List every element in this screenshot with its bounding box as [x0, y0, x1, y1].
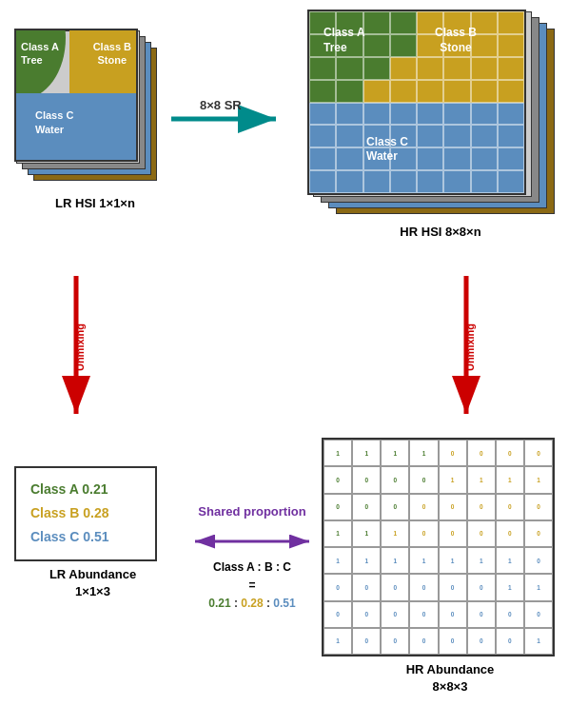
hr-abundance-cell: 0	[439, 574, 467, 600]
hr-cell	[443, 170, 470, 193]
hr-abundance-cell: 0	[439, 601, 467, 628]
hr-abundance-cell: 1	[496, 466, 524, 493]
hr-abundance-cell: 0	[467, 440, 496, 466]
hr-class-c-label: Class C Water	[366, 135, 408, 165]
hr-abundance-cell: 0	[409, 601, 438, 628]
hr-abundance-cell: 0	[496, 520, 524, 547]
hr-cell	[498, 125, 524, 147]
hr-abundance-cell: 1	[352, 547, 381, 574]
hr-cell	[498, 80, 524, 103]
hr-cell	[336, 80, 363, 103]
hr-cell	[309, 103, 336, 126]
hr-cell	[417, 125, 443, 147]
hr-cell	[309, 170, 336, 193]
hr-abundance-cell: 0	[439, 494, 467, 520]
hr-cell	[417, 147, 443, 170]
hr-abundance-cell: 0	[467, 601, 496, 628]
hr-cell	[498, 57, 524, 80]
hr-abundance-cell: 0	[439, 440, 467, 466]
hr-cell	[443, 80, 470, 103]
hr-cell	[417, 57, 443, 80]
hr-cell	[471, 103, 498, 126]
hr-cell	[309, 147, 336, 170]
hr-abundance-cell: 1	[352, 520, 381, 547]
hr-abundance-cell: 1	[352, 440, 381, 466]
hr-cell	[471, 170, 498, 193]
hr-abundance-cell: 1	[381, 440, 409, 466]
lr-hsi-title: LR HSI 1×1×n	[14, 195, 176, 212]
hr-cell	[336, 57, 363, 80]
shared-proportion-section: Shared proportion Class A : B : C = 0.21…	[176, 504, 328, 613]
sr-arrow-svg: 8×8 SR	[167, 90, 290, 143]
hr-cell	[309, 57, 336, 80]
hr-abundance-cell: 1	[409, 547, 438, 574]
hr-abundance-cell: 0	[409, 494, 438, 520]
hr-abundance-cell: 0	[352, 628, 381, 655]
hr-abundance-cell: 0	[496, 601, 524, 628]
hr-cell	[498, 34, 524, 57]
hr-cell	[498, 170, 524, 193]
hr-abundance-cell: 1	[323, 520, 352, 547]
hr-abundance-cell: 0	[467, 574, 496, 600]
hr-cell	[417, 170, 443, 193]
lr-hsi-stack: Class A Tree Class B Stone Class C Water	[14, 29, 162, 190]
hr-abundance-cell: 0	[323, 574, 352, 600]
hr-abundance-cell: 0	[409, 628, 438, 655]
hr-abundance-cell: 1	[524, 466, 553, 493]
lr-class-a-label: Class A Tree	[21, 40, 59, 68]
hr-cell	[390, 34, 417, 57]
hr-cell	[498, 147, 524, 170]
hr-abundance-cell: 0	[381, 628, 409, 655]
hr-abundance-cell: 0	[409, 520, 438, 547]
hr-abundance-cell: 1	[381, 547, 409, 574]
hr-abundance-cell: 0	[496, 494, 524, 520]
hr-abundance-cell: 1	[467, 466, 496, 493]
hr-cell	[363, 34, 390, 57]
hr-abundance-cell: 0	[323, 466, 352, 493]
svg-text:Unmixing: Unmixing	[74, 323, 86, 371]
hr-abundance-cell: 0	[381, 574, 409, 600]
hr-abundance-cell: 0	[352, 601, 381, 628]
hr-abundance-cell: 1	[524, 628, 553, 655]
hr-cell	[390, 103, 417, 126]
hr-abundance-cell: 0	[352, 494, 381, 520]
hr-cell	[363, 80, 390, 103]
abundance-class-c: Class C 0.51	[30, 525, 141, 549]
hr-cell	[390, 11, 417, 34]
hr-cell	[363, 103, 390, 126]
hr-abundance-cell: 1	[323, 628, 352, 655]
hr-hsi-front: Class A Tree Class B Stone Class C Water	[307, 10, 526, 195]
hr-cell	[443, 103, 470, 126]
hr-abundance-cell: 0	[524, 494, 553, 520]
hr-cell	[443, 125, 470, 147]
hr-cell	[309, 125, 336, 147]
shared-arrow-svg	[186, 528, 319, 555]
hr-abundance-grid: 1111000000001111000000001110000011111110…	[322, 438, 555, 656]
hr-abundance-cell: 0	[323, 494, 352, 520]
shared-proportion-title: Shared proportion	[176, 504, 328, 520]
abundance-box: Class A 0.21 Class B 0.28 Class C 0.51	[14, 466, 157, 561]
hr-abundance-cell: 0	[467, 628, 496, 655]
hr-abundance-cell: 0	[467, 520, 496, 547]
hr-abundance-cell: 1	[496, 574, 524, 600]
hr-abundance-cell: 0	[439, 520, 467, 547]
hr-cell	[443, 57, 470, 80]
hr-abundance-cell: 0	[439, 628, 467, 655]
hr-abundance-cell: 1	[524, 574, 553, 600]
hr-cell	[336, 170, 363, 193]
hr-cell	[443, 147, 470, 170]
hr-abundance-cell: 0	[496, 628, 524, 655]
hr-abundance-cell: 0	[323, 601, 352, 628]
lr-abundance-section: Class A 0.21 Class B 0.28 Class C 0.51 L…	[14, 466, 171, 600]
hr-cell	[363, 57, 390, 80]
hr-hsi-section: Class A Tree Class B Stone Class C Water…	[307, 10, 574, 257]
hr-cell	[363, 11, 390, 34]
hr-abundance-cell: 0	[352, 574, 381, 600]
hr-cell	[471, 147, 498, 170]
hr-abundance-cell: 0	[524, 601, 553, 628]
hr-abundance-cell: 1	[496, 547, 524, 574]
hr-cell	[336, 147, 363, 170]
lr-class-b-label: Class B Stone	[93, 40, 131, 68]
hr-cell	[417, 80, 443, 103]
hr-abundance-cell: 0	[524, 520, 553, 547]
